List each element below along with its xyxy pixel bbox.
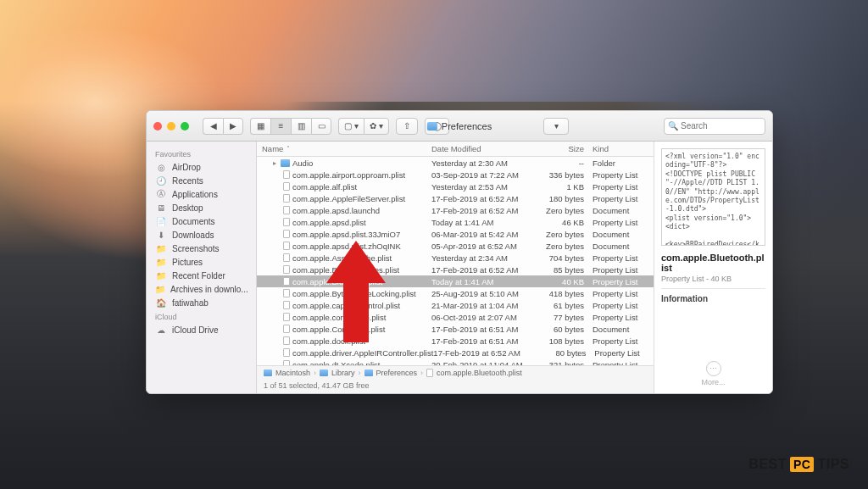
document-icon	[283, 218, 290, 226]
sidebar-item[interactable]: ⒶApplications	[147, 187, 256, 201]
file-name: com.apple.AppleFileServer.plist	[292, 194, 405, 203]
sidebar-item-label: Documents	[172, 217, 215, 226]
action-button[interactable]: ✿ ▾	[364, 118, 389, 135]
table-row[interactable]: com.apple.apsd.launchd17-Feb-2019 at 6:5…	[257, 204, 654, 216]
sidebar-item[interactable]: ◎AirDrop	[147, 160, 256, 174]
folder-icon	[281, 159, 290, 167]
file-date: 17-Feb-2019 at 6:51 AM	[431, 336, 542, 346]
sidebar-item[interactable]: 📁Pictures	[147, 255, 256, 269]
path-item[interactable]: com.apple.Bluetooth.plist	[437, 369, 522, 377]
file-size: --	[542, 158, 593, 168]
dropdown-button[interactable]: ▾	[543, 118, 569, 135]
share-button[interactable]: ⇧	[396, 118, 418, 135]
file-name: com.apple.dock.plist	[292, 336, 365, 346]
table-row[interactable]: com.apple.AssetCache.plistYesterday at 2…	[257, 252, 654, 264]
col-size[interactable]: Size	[542, 144, 593, 153]
file-kind: Property List	[593, 218, 643, 227]
table-row[interactable]: com.apple.ByteRangeLocking.plist25-Aug-2…	[257, 287, 654, 299]
file-kind: Property List	[593, 277, 643, 286]
search-field[interactable]: 🔍	[664, 118, 765, 135]
apps-icon: Ⓐ	[155, 189, 167, 199]
file-date: Yesterday at 2:34 AM	[431, 253, 542, 263]
clock-icon: 🕘	[155, 175, 167, 186]
sidebar-item[interactable]: 📄Documents	[147, 214, 256, 228]
table-row[interactable]: ▸AudioYesterday at 2:30 AM--Folder	[257, 157, 654, 169]
maximize-button[interactable]	[181, 122, 189, 131]
table-row[interactable]: com.apple.apsd.plist.zhOqINK05-Apr-2019 …	[257, 240, 654, 252]
table-row[interactable]: com.apple.driver.AppleIRController.plist…	[257, 347, 654, 358]
file-date: 17-Feb-2019 at 6:51 AM	[431, 325, 542, 334]
view-column-button[interactable]: ▥	[291, 118, 311, 135]
close-button[interactable]	[153, 122, 162, 131]
folder-icon: 📁	[155, 257, 167, 267]
sidebar-item[interactable]: 📁Archives in downlo...	[147, 282, 256, 296]
sidebar-section-icloud: iCloud	[147, 309, 256, 323]
table-row[interactable]: com.apple.Bluetooth.plistToday at 1:41 A…	[257, 275, 654, 287]
arrange-button[interactable]: ▢ ▾	[338, 118, 364, 135]
file-name: com.apple.apsd.plist.zhOqINK	[292, 242, 401, 251]
view-icon-button[interactable]: ▦	[250, 118, 270, 135]
sidebar-item[interactable]: 📁Screenshots	[147, 242, 256, 255]
path-item[interactable]: Macintosh	[275, 369, 310, 377]
folder-icon	[427, 122, 437, 131]
document-icon	[426, 369, 433, 377]
document-icon	[283, 325, 290, 333]
finder-window: ◀ ▶ ▦ ≡ ▥ ▭ ▢ ▾ ✿ ▾ ⇧ ◯ Preferences ▾ 🔍 …	[146, 110, 773, 394]
path-bar[interactable]: Macintosh›Library›Preferences›com.apple.…	[257, 365, 654, 380]
sidebar-item[interactable]: 🕘Recents	[147, 174, 256, 187]
table-row[interactable]: com.apple.AppleFileServer.plist17-Feb-20…	[257, 192, 654, 204]
sidebar-item-label: Archives in downlo...	[170, 285, 248, 294]
table-row[interactable]: com.apple.airport.opproam.plist03-Sep-20…	[257, 169, 654, 181]
file-size: 77 bytes	[542, 313, 593, 322]
file-list[interactable]: ▸AudioYesterday at 2:30 AM--Foldercom.ap…	[257, 157, 654, 365]
file-size: 336 bytes	[542, 170, 593, 180]
table-row[interactable]: com.apple.CoreRAID.plist17-Feb-2019 at 6…	[257, 323, 654, 335]
sidebar: Favourites ◎AirDrop🕘RecentsⒶApplications…	[147, 142, 257, 393]
view-gallery-button[interactable]: ▭	[311, 118, 331, 135]
preview-more[interactable]: ⋯ More...	[661, 361, 765, 386]
file-name: com.apple.CoreRAID.plist	[292, 325, 385, 334]
col-date[interactable]: Date Modified	[431, 144, 542, 153]
file-size: 85 bytes	[542, 265, 593, 275]
col-name[interactable]: Name ˄	[262, 144, 431, 153]
sidebar-item[interactable]: ☁iCloud Drive	[147, 323, 256, 336]
back-button[interactable]: ◀	[203, 118, 223, 135]
file-name: com.apple.driver.AppleIRController.plist	[292, 348, 433, 358]
sidebar-item-label: Screenshots	[172, 244, 220, 253]
folder-icon: 📁	[155, 243, 167, 253]
path-item[interactable]: Library	[331, 369, 355, 377]
minimize-button[interactable]	[167, 122, 175, 131]
folder-icon	[320, 370, 328, 376]
table-row[interactable]: com.apple.dt.Xcode.plist20-Feb-2019 at 1…	[257, 358, 654, 365]
table-row[interactable]: com.apple.dock.plist17-Feb-2019 at 6:51 …	[257, 335, 654, 347]
view-list-button[interactable]: ≡	[270, 118, 291, 135]
file-kind: Property List	[593, 253, 643, 263]
preview-info-label: Information	[661, 294, 765, 303]
table-row[interactable]: com.apple.captive.control.plist21-Mar-20…	[257, 299, 654, 311]
file-kind: Document	[593, 206, 643, 215]
sidebar-item[interactable]: 🖥Desktop	[147, 201, 256, 214]
sidebar-item[interactable]: 📁Recent Folder	[147, 269, 256, 282]
document-icon	[283, 313, 290, 321]
sidebar-item[interactable]: 🏠fatiwahab	[147, 296, 256, 309]
table-row[interactable]: com.apple.apsd.plist.33JmiO706-Mar-2019 …	[257, 228, 654, 240]
search-input[interactable]	[681, 121, 761, 131]
sidebar-item-label: fatiwahab	[172, 298, 209, 308]
file-kind: Property List	[594, 348, 645, 358]
document-icon	[283, 194, 290, 203]
path-item[interactable]: Preferences	[376, 369, 418, 377]
sidebar-item-label: Recents	[172, 176, 203, 186]
table-row[interactable]: com.apple.apsd.plistToday at 1:41 AM46 K…	[257, 216, 654, 228]
file-kind: Property List	[593, 336, 643, 346]
table-row[interactable]: com.apple.alf.plistYesterday at 2:53 AM1…	[257, 181, 654, 192]
table-row[interactable]: com.apple.commerce.plist06-Oct-2019 at 2…	[257, 311, 654, 323]
file-date: 25-Aug-2019 at 5:10 AM	[431, 289, 542, 298]
forward-button[interactable]: ▶	[223, 118, 243, 135]
sidebar-item-label: Recent Folder	[172, 271, 225, 281]
sidebar-item[interactable]: ⬇Downloads	[147, 228, 256, 242]
file-size: 80 bytes	[543, 348, 594, 358]
col-kind[interactable]: Kind	[593, 144, 643, 153]
file-size: 180 bytes	[542, 194, 593, 203]
file-date: 17-Feb-2019 at 6:52 AM	[431, 265, 542, 275]
table-row[interactable]: com.apple.BezelServices.plist17-Feb-2019…	[257, 264, 654, 275]
